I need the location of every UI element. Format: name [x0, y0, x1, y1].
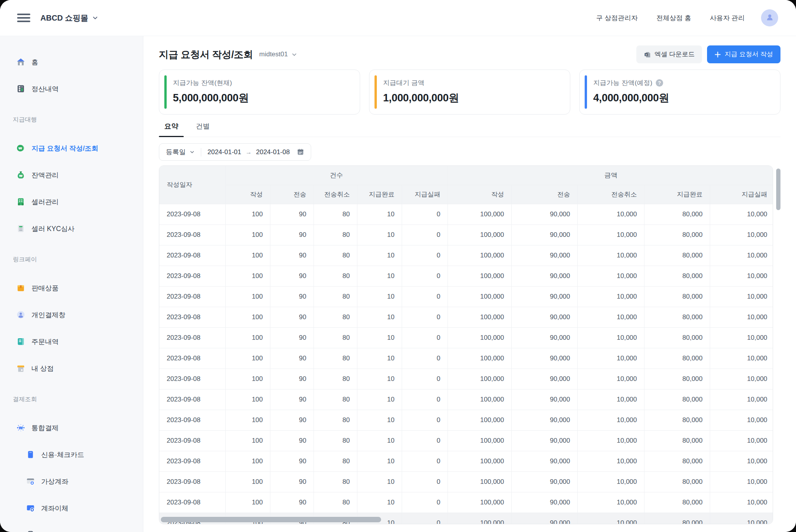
create-payout-request-button[interactable]: 지급 요청서 작성 — [707, 45, 780, 63]
cell-value: 10,000 — [577, 389, 644, 410]
sidebar-item-seller[interactable]: 셀러관리 — [0, 188, 143, 215]
excel-download-button[interactable]: x 엑셀 다운로드 — [636, 45, 702, 63]
avatar[interactable] — [761, 9, 778, 26]
cell-value: 10 — [357, 471, 402, 492]
sidebar-item-balance[interactable]: ₩잔액관리 — [0, 162, 143, 188]
summary-card: 지급가능 잔액(현재)5,000,000,000원 — [159, 70, 360, 115]
sidebar-item-personal-payment[interactable]: 개인결제창 — [0, 301, 143, 328]
cell-value: 10,000 — [710, 389, 773, 410]
svg-text:₩: ₩ — [19, 146, 23, 150]
cell-value: 80 — [314, 348, 357, 369]
cell-value: 80,000 — [644, 266, 710, 286]
topbar-link[interactable]: 전체상점 홈 — [657, 14, 691, 23]
mid-selector[interactable]: midtest01 — [259, 50, 297, 58]
svg-text:x: x — [645, 53, 647, 56]
table-row[interactable]: 2023-09-081009080100100,00090,00010,0008… — [159, 369, 773, 389]
sidebar-item-label: 통합결제 — [31, 423, 59, 433]
svg-text:₩: ₩ — [19, 426, 23, 430]
tab-individual[interactable]: 건별 — [190, 118, 215, 137]
cell-value: 90,000 — [511, 410, 577, 430]
cell-date: 2023-09-08 — [159, 369, 225, 389]
table-row[interactable]: 2023-09-081009080100100,00090,00010,0008… — [159, 204, 773, 224]
cell-value: 90 — [270, 369, 314, 389]
sidebar-item-home[interactable]: 홈 — [0, 49, 143, 75]
column-header: 작성 — [448, 185, 511, 204]
table-row[interactable]: 2023-09-081009080100100,00090,00010,0008… — [159, 307, 773, 327]
excel-button-label: 엑셀 다운로드 — [655, 50, 695, 59]
table-row[interactable]: 2023-09-081009080100100,00090,00010,0008… — [159, 327, 773, 348]
cell-value: 80,000 — [644, 451, 710, 471]
vertical-scrollbar-thumb[interactable] — [776, 169, 780, 210]
table-row[interactable]: 2023-09-081009080100100,00090,00010,0008… — [159, 492, 773, 513]
sidebar-item-credit-card[interactable]: 신용·체크카드 — [0, 441, 143, 468]
table-row[interactable]: 2023-09-081009080100100,00090,00010,0008… — [159, 245, 773, 266]
cell-value: 80,000 — [644, 224, 710, 245]
table-row[interactable]: 2023-09-081009080100100,00090,00010,0008… — [159, 410, 773, 430]
personal-payment-icon — [16, 310, 25, 319]
cell-value: 100,000 — [448, 451, 511, 471]
page-head: 지급 요청서 작성/조회 midtest01 x 엑셀 다운로드 — [159, 45, 780, 64]
horizontal-scrollbar-thumb[interactable] — [161, 517, 381, 522]
cell-value: 90 — [270, 327, 314, 348]
sidebar-item-mobile[interactable]: 휴대폰 — [0, 522, 143, 532]
create-button-label: 지급 요청서 작성 — [725, 50, 773, 59]
sidebar-item-my-store[interactable]: 내 상점 — [0, 355, 143, 382]
cell-value: 10,000 — [710, 286, 773, 307]
sidebar-item-bank-transfer[interactable]: 계좌이체 — [0, 495, 143, 522]
table-row[interactable]: 2023-09-081009080100100,00090,00010,0008… — [159, 348, 773, 369]
cell-value: 80 — [314, 430, 357, 451]
svg-text:₩: ₩ — [19, 174, 23, 178]
app-window: ABCD 쇼핑몰 구 상점관리자전체상점 홈사용자 관리 홈정산내역지급대행₩지… — [0, 0, 796, 532]
sidebar-item-seller-kyc[interactable]: 셀러 KYC심사 — [0, 215, 143, 242]
sidebar-item-payout-request[interactable]: ₩지급 요청서 작성/조회 — [0, 135, 143, 162]
cell-value: 90 — [270, 307, 314, 327]
cell-value: 10,000 — [577, 369, 644, 389]
date-range-picker[interactable]: 2024-01-01 → 2024-01-08 — [207, 148, 304, 156]
cell-value: 90 — [270, 224, 314, 245]
hamburger-menu-icon[interactable] — [17, 12, 30, 24]
table-row[interactable]: 2023-09-081009080100100,00090,00010,0008… — [159, 471, 773, 492]
sidebar-item-products[interactable]: 판매상품 — [0, 275, 143, 301]
cell-value: 0 — [402, 204, 448, 224]
cell-value: 90,000 — [511, 204, 577, 224]
sidebar-item-orders[interactable]: 주문내역 — [0, 328, 143, 355]
cell-value: 10,000 — [577, 224, 644, 245]
payout-request-icon: ₩ — [16, 144, 25, 153]
cell-value: 10 — [357, 430, 402, 451]
table-row[interactable]: 2023-09-081009080100100,00090,00010,0008… — [159, 266, 773, 286]
sidebar-item-settlement[interactable]: 정산내역 — [0, 75, 143, 102]
table-row[interactable]: 2023-09-081009080100100,00090,00010,0008… — [159, 430, 773, 451]
chevron-down-icon — [291, 52, 297, 57]
tab-summary[interactable]: 요약 — [159, 118, 184, 137]
cell-value: 0 — [402, 286, 448, 307]
column-header: 전송 — [270, 185, 314, 204]
table-row[interactable]: 2023-09-081009080100100,00090,00010,0008… — [159, 224, 773, 245]
integrated-payment-icon: ₩ — [16, 423, 25, 432]
cell-value: 90 — [270, 492, 314, 513]
cell-date: 2023-09-08 — [159, 286, 225, 307]
card-value: 4,000,000,000원 — [593, 91, 669, 105]
store-switcher[interactable]: ABCD 쇼핑몰 — [40, 13, 98, 23]
card-label: 지급대기 금액 — [383, 78, 459, 87]
sidebar-item-virtual-account[interactable]: 가상계좌 — [0, 468, 143, 495]
topbar-link[interactable]: 구 상점관리자 — [596, 14, 638, 23]
sidebar-item-integrated-payment[interactable]: ₩통합결제 — [0, 414, 143, 441]
home-icon — [16, 57, 25, 66]
help-icon[interactable]: ? — [656, 79, 663, 87]
cell-value: 10,000 — [577, 513, 644, 524]
balance-icon: ₩ — [16, 170, 25, 179]
sidebar-item-label: 주문내역 — [31, 337, 59, 346]
cell-value: 0 — [402, 451, 448, 471]
cell-date: 2023-09-08 — [159, 266, 225, 286]
card-body: 지급대기 금액1,000,000,000원 — [377, 75, 459, 109]
filter-field-label: 등록일 — [166, 148, 186, 156]
table-row[interactable]: 2023-09-081009080100100,00090,00010,0008… — [159, 286, 773, 307]
filter-field-select[interactable]: 등록일 — [166, 148, 195, 156]
sidebar-item-label: 셀러 KYC심사 — [31, 224, 75, 233]
table-row[interactable]: 2023-09-081009080100100,00090,00010,0008… — [159, 451, 773, 471]
cell-value: 0 — [402, 410, 448, 430]
mobile-icon — [26, 530, 35, 532]
table-row[interactable]: 2023-09-081009080100100,00090,00010,0008… — [159, 389, 773, 410]
topbar-link[interactable]: 사용자 관리 — [710, 14, 745, 23]
cell-value: 80 — [314, 286, 357, 307]
